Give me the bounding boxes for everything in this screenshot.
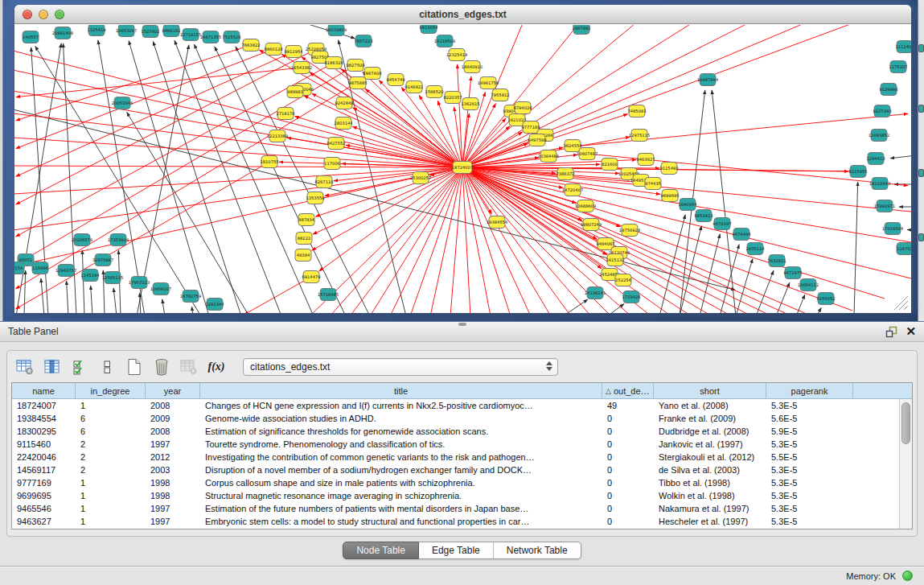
graph-node-label: 117006: [324, 161, 340, 166]
background-graph-node: [918, 169, 924, 177]
graph-node-label: 1244413: [866, 156, 885, 161]
table-row[interactable]: 946362711997Embryonic stem cells: a mode…: [12, 515, 899, 528]
table-row[interactable]: 946554611997Estimation of the future num…: [12, 502, 899, 515]
cell-title: Estimation of the future numbers of pati…: [200, 502, 602, 515]
table-row[interactable]: 2242004622012Investigating the contribut…: [12, 451, 899, 463]
graph-node-label: 19218506: [434, 39, 455, 43]
graph-node-label: 7515526: [222, 35, 240, 39]
graph-node-label: 8466162: [162, 28, 180, 33]
graph-node-label: 8220357: [443, 95, 462, 100]
column-header-short[interactable]: short: [654, 383, 766, 399]
table-tabs: Node TableEdge TableNetwork Table: [0, 542, 924, 559]
column-header-title[interactable]: title: [200, 383, 602, 399]
tab-network-table[interactable]: Network Table: [494, 542, 581, 559]
column-header-label: in_degree: [91, 386, 130, 396]
graph-node-label: 887834: [298, 217, 315, 222]
cell-name: 9463627: [12, 515, 76, 528]
panel-splitter-handle[interactable]: [458, 323, 466, 326]
window-titlebar[interactable]: citations_edges.txt: [14, 5, 911, 24]
cell-short: de Silva et al. (2003): [654, 463, 766, 476]
graph-node-label: 16782759: [180, 294, 201, 299]
background-graph-node: [918, 105, 924, 113]
cell-pagerank: 5.6E-5: [766, 412, 853, 425]
table-scrollbar[interactable]: [899, 399, 912, 529]
cell-out_degree: 49: [602, 399, 654, 412]
table-row[interactable]: 1830029562008Estimation of significance …: [12, 425, 899, 438]
trash-icon[interactable]: [153, 358, 170, 376]
cell-pagerank: 5.3E-5: [766, 399, 853, 412]
graph-node-label: 10719155: [180, 32, 201, 37]
graph-node-label: 20691406: [52, 31, 73, 35]
network-canvas[interactable]: 2405572069140613254191065329715276028466…: [14, 25, 911, 313]
table-selector-dropdown[interactable]: citations_edges.txt: [243, 358, 558, 376]
table-row[interactable]: 911546021997Tourette syndrome. Phenomeno…: [12, 438, 899, 451]
graph-node-label: 10688609: [575, 204, 596, 208]
graph-node-label: 12325419: [446, 52, 467, 57]
cell-in_degree: 1: [76, 515, 146, 528]
dropdown-arrows-icon: [546, 361, 552, 371]
cell-pagerank: 5.3E-5: [766, 438, 853, 451]
cell-name: 9777169: [12, 476, 76, 489]
graph-node-label: 10654112: [798, 282, 819, 287]
cell-out_degree: 0: [602, 425, 654, 438]
cell-year: 2008: [146, 399, 200, 412]
cell-name: 9465546: [12, 502, 76, 515]
graph-node-label: 9242848: [335, 101, 353, 105]
graph-node-label: 9227343: [873, 109, 891, 113]
graph-node-label: 9463627: [636, 157, 655, 162]
table-toolbar-container: f(x)citations_edges.txt namein_degreeyea…: [6, 350, 918, 537]
float-panel-icon[interactable]: [885, 326, 897, 338]
cell-title: Corpus callosum shape and size in male p…: [200, 476, 602, 489]
graph-node-label: 821600: [602, 162, 618, 167]
cell-name: 9115460: [12, 438, 76, 451]
table-row[interactable]: 1872400712008Changes of HCN gene express…: [12, 399, 899, 412]
column-header-label: name: [32, 386, 55, 396]
function-builder-icon[interactable]: f(x): [207, 358, 225, 376]
tab-node-table[interactable]: Node Table: [343, 542, 419, 559]
column-header-in_degree[interactable]: in_degree: [76, 383, 146, 399]
cell-year: 2009: [146, 412, 200, 425]
cell-year: 2008: [146, 425, 200, 438]
column-header-name[interactable]: name: [12, 383, 76, 399]
cell-pagerank: 5.3E-5: [766, 489, 853, 502]
graph-node-label: 9245052: [816, 296, 835, 301]
new-document-icon[interactable]: [125, 358, 143, 376]
cell-pagerank: 5.3E-5: [766, 476, 853, 489]
graph-node-label: 16543382: [291, 65, 312, 70]
column-select-icon[interactable]: [43, 358, 61, 376]
column-header-year[interactable]: year: [146, 383, 200, 399]
graph-node-label: 16961758: [478, 80, 499, 85]
table-row[interactable]: 977716911998Corpus callosum shape and si…: [12, 476, 899, 489]
graph-node-label: 1325419: [87, 27, 105, 32]
table-settings-icon[interactable]: [16, 358, 34, 376]
cell-name: 22420046: [12, 451, 76, 463]
panel-title: Table Panel: [8, 326, 59, 337]
row-checkbox-icon[interactable]: [71, 358, 88, 376]
cell-pagerank: 5.3E-5: [766, 463, 853, 476]
table-row[interactable]: 969969511998Structural magnetic resonanc…: [12, 489, 899, 502]
table-row[interactable]: 1938455462009Genome-wide association stu…: [12, 412, 899, 425]
table-scrollbar-thumb[interactable]: [901, 402, 910, 444]
cell-in_degree: 6: [76, 425, 146, 438]
graph-node-label: 1733426: [622, 295, 640, 299]
cell-short: Franke et al. (2009): [654, 412, 766, 425]
graph-node-label: 18807249: [581, 222, 602, 227]
column-header-out_degree[interactable]: △out_de…: [602, 383, 654, 399]
sort-ascending-icon: △: [606, 387, 611, 395]
rows-icon[interactable]: [98, 358, 116, 376]
graph-node-label: 10653297: [116, 28, 137, 33]
cell-title: Genome-wide association studies in ADHD.: [200, 412, 602, 425]
cell-short: Wolkin et al. (1998): [654, 489, 766, 502]
cell-name: 18300295: [12, 425, 76, 438]
graph-node-label: 10807487: [577, 151, 598, 156]
table-row[interactable]: 1456911722003Disruption of a novel membe…: [12, 463, 899, 476]
close-panel-icon[interactable]: ✕: [906, 325, 916, 338]
cell-in_degree: 2: [76, 438, 146, 451]
canvas-resize-grip[interactable]: [894, 296, 908, 310]
cell-short: Dudbridge et al. (2008): [654, 425, 766, 438]
graph-node-label: 8860128: [264, 47, 282, 51]
tab-edge-table[interactable]: Edge Table: [419, 542, 494, 559]
graph-node-label: 974435: [645, 181, 661, 186]
graph-node-label: 8215955: [848, 169, 867, 174]
column-header-pagerank[interactable]: pagerank: [766, 383, 853, 399]
